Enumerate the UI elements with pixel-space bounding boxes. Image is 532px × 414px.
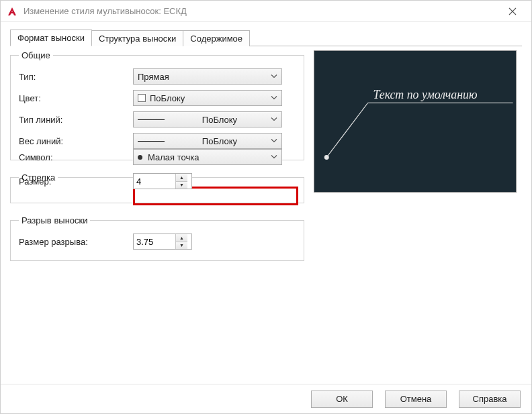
tab-leader-structure[interactable]: Структура выноски xyxy=(92,30,183,46)
window-title: Изменение стиля мультивыносок: ЕСКД xyxy=(24,6,187,16)
input-arrow-size[interactable] xyxy=(134,174,175,189)
client-area: Формат выноски Структура выноски Содержи… xyxy=(1,22,531,384)
preview-pane: Текст по умолчанию xyxy=(314,50,517,193)
label-arrow-size: Размер: xyxy=(19,176,133,187)
combo-arrow-symbol[interactable]: Малая точка xyxy=(133,149,282,165)
combo-color-value: ПоБлоку xyxy=(150,93,277,103)
combo-type-value: Прямая xyxy=(138,72,277,82)
combo-linetype-value: ПоБлоку xyxy=(171,115,277,125)
svg-line-1 xyxy=(326,103,367,157)
preview-text: Текст по умолчанию xyxy=(373,88,478,101)
label-arrow-symbol: Символ: xyxy=(19,152,133,162)
color-swatch-icon xyxy=(138,94,146,102)
combo-lineweight-value: ПоБлоку xyxy=(171,136,277,146)
group-leader-break: Разрыв выноски Размер разрыва: ▲ ▼ xyxy=(10,215,304,261)
label-type: Тип: xyxy=(19,72,133,82)
help-button[interactable]: Справка xyxy=(459,391,521,408)
spinner-up-button[interactable]: ▲ xyxy=(176,234,187,242)
combo-type[interactable]: Прямая xyxy=(133,68,282,85)
lineweight-preview-icon xyxy=(138,141,165,142)
group-general: Общие Тип: Прямая Цвет: xyxy=(10,50,304,160)
dialog-window: Изменение стиля мультивыносок: ЕСКД Форм… xyxy=(0,0,532,414)
tab-content[interactable]: Содержимое xyxy=(183,30,250,46)
combo-lineweight[interactable]: ПоБлоку xyxy=(133,133,282,149)
dot-icon xyxy=(138,155,142,160)
tab-leader-format[interactable]: Формат выноски xyxy=(10,30,92,46)
label-break-size: Размер разрыва: xyxy=(19,237,133,247)
linetype-preview-icon xyxy=(138,119,165,120)
group-leader-break-legend: Разрыв выноски xyxy=(19,215,90,225)
group-general-legend: Общие xyxy=(19,50,53,60)
input-break-size[interactable] xyxy=(134,234,175,249)
group-arrowhead: Стрелка Символ: Малая точка xyxy=(10,172,304,203)
app-icon xyxy=(6,5,18,17)
titlebar: Изменение стиля мультивыносок: ЕСКД xyxy=(1,1,531,22)
spinner-down-button[interactable]: ▼ xyxy=(176,242,187,250)
combo-color[interactable]: ПоБлоку xyxy=(133,90,282,106)
close-button[interactable] xyxy=(499,2,526,21)
cancel-button[interactable]: Отмена xyxy=(385,391,447,408)
tabs: Формат выноски Структура выноски Содержи… xyxy=(10,29,522,46)
ok-button[interactable]: ОК xyxy=(311,391,373,408)
spinner-up-button[interactable]: ▲ xyxy=(176,174,187,182)
label-lineweight: Вес линий: xyxy=(19,136,133,146)
dialog-footer: ОК Отмена Справка xyxy=(1,384,531,413)
spinner-arrow-size[interactable]: ▲ ▼ xyxy=(133,173,192,189)
combo-linetype[interactable]: ПоБлоку xyxy=(133,111,282,127)
spinner-break-size[interactable]: ▲ ▼ xyxy=(133,234,192,250)
spinner-down-button[interactable]: ▼ xyxy=(176,182,187,189)
label-linetype: Тип линий: xyxy=(19,115,133,125)
label-color: Цвет: xyxy=(19,93,133,103)
combo-arrow-symbol-value: Малая точка xyxy=(148,152,277,162)
